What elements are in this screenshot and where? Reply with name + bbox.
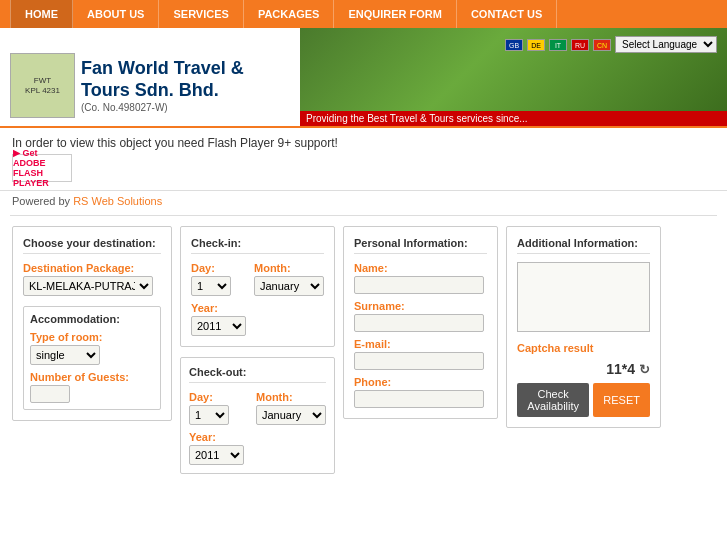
room-type-label: Type of room: xyxy=(30,331,154,343)
lang-bar: GB DE IT RU CN Select Language xyxy=(505,36,717,53)
checkout-daymonth: Day: 123 Month: JanuaryFebruary xyxy=(189,391,326,425)
checkout-year-label: Year: xyxy=(189,431,326,443)
company-info: Fan World Travel & Tours Sdn. Bhd. (Co. … xyxy=(81,58,290,112)
checkout-day-select[interactable]: 123 xyxy=(189,405,229,425)
form-area: Choose your destination: Destination Pac… xyxy=(0,216,727,484)
logo: FWTKPL 4231 xyxy=(10,53,75,118)
checkout-year-field: Year: 20112012 xyxy=(189,431,326,465)
email-input[interactable] xyxy=(354,352,484,370)
checkout-month-field: Month: JanuaryFebruary xyxy=(256,391,326,425)
nav-item-home[interactable]: HOME xyxy=(10,0,73,28)
nav-item-about-us[interactable]: ABOUT US xyxy=(73,0,159,28)
flag-gb: GB xyxy=(505,39,523,51)
header-left: FWTKPL 4231 Fan World Travel & Tours Sdn… xyxy=(0,28,300,126)
accommodation-title: Accommodation: xyxy=(30,313,154,325)
captcha-value: 11*4 xyxy=(606,361,635,377)
room-type-select[interactable]: single xyxy=(30,345,100,365)
surname-input[interactable] xyxy=(354,314,484,332)
checkin-year-select[interactable]: 201120122013 xyxy=(191,316,246,336)
checkout-month-label: Month: xyxy=(256,391,326,403)
checkin-year-field: Year: 201120122013 xyxy=(191,302,324,336)
package-label: Destination Package: xyxy=(23,262,161,274)
red-banner: Providing the Best Travel & Tours servic… xyxy=(300,111,727,126)
destination-section: Choose your destination: Destination Pac… xyxy=(12,226,172,421)
personal-section: Personal Information: Name: Surname: E-m… xyxy=(343,226,498,419)
header-right: GB DE IT RU CN Select Language Providing… xyxy=(300,28,727,126)
company-name: Fan World Travel & Tours Sdn. Bhd. xyxy=(81,58,290,101)
flash-player-box: ▶ Get ADOBEFLASH PLAYER xyxy=(12,154,715,182)
guests-label: Number of Guests: xyxy=(30,371,154,383)
destination-title: Choose your destination: xyxy=(23,237,161,254)
checkout-title: Check-out: xyxy=(189,366,326,383)
checkin-year-label: Year: xyxy=(191,302,324,314)
captcha-area: Captcha result 11*4 ↻ xyxy=(517,341,650,377)
checkin-day-select[interactable]: 12345 678910 xyxy=(191,276,231,296)
nav-item-contact-us[interactable]: CONTACT US xyxy=(457,0,557,28)
checkout-year-select[interactable]: 20112012 xyxy=(189,445,244,465)
nav-item-packages[interactable]: PACKAGES xyxy=(244,0,335,28)
additional-title: Additional Information: xyxy=(517,237,650,254)
powered-by: Powered by RS Web Solutions xyxy=(0,191,727,215)
phone-input[interactable] xyxy=(354,390,484,408)
language-select[interactable]: Select Language xyxy=(615,36,717,53)
checkin-month-label: Month: xyxy=(254,262,324,274)
nav-bar: HOMEABOUT USSERVICESPACKAGESENQUIRER FOR… xyxy=(0,0,727,28)
nav-item-services[interactable]: SERVICES xyxy=(159,0,243,28)
flag-it: IT xyxy=(549,39,567,51)
flash-notice-text: In order to view this object you need Fl… xyxy=(12,136,715,150)
checkout-month-select[interactable]: JanuaryFebruary xyxy=(256,405,326,425)
flag-de: DE xyxy=(527,39,545,51)
flag-ru: RU xyxy=(571,39,589,51)
checkin-month-select[interactable]: JanuaryFebruaryMarch xyxy=(254,276,324,296)
logo-area: FWTKPL 4231 Fan World Travel & Tours Sdn… xyxy=(10,53,290,118)
flag-cn: CN xyxy=(593,39,611,51)
flash-notice-area: In order to view this object you need Fl… xyxy=(0,128,727,191)
phone-label: Phone: xyxy=(354,376,487,388)
accommodation-box: Accommodation: Type of room: single Numb… xyxy=(23,306,161,410)
nav-item-enquirer-form[interactable]: ENQUIRER FORM xyxy=(334,0,457,28)
checkin-month-field: Month: JanuaryFebruaryMarch xyxy=(254,262,324,296)
header: FWTKPL 4231 Fan World Travel & Tours Sdn… xyxy=(0,28,727,128)
check-availability-button[interactable]: Check Availability xyxy=(517,383,589,417)
name-input[interactable] xyxy=(354,276,484,294)
captcha-row: 11*4 ↻ xyxy=(517,361,650,377)
captcha-label: Captcha result xyxy=(517,342,593,354)
checkin-daymonth: Day: 12345 678910 Month: JanuaryFebruary… xyxy=(191,262,324,296)
action-buttons: Check Availability RESET xyxy=(517,383,650,417)
checkin-section: Check-in: Day: 12345 678910 Month: Janua… xyxy=(180,226,335,347)
refresh-icon[interactable]: ↻ xyxy=(639,362,650,377)
checkin-title: Check-in: xyxy=(191,237,324,254)
checkin-day-label: Day: xyxy=(191,262,248,274)
personal-title: Personal Information: xyxy=(354,237,487,254)
rs-web-link[interactable]: RS Web Solutions xyxy=(73,195,162,207)
company-reg: (Co. No.498027-W) xyxy=(81,102,290,113)
reset-button[interactable]: RESET xyxy=(593,383,650,417)
name-label: Name: xyxy=(354,262,487,274)
additional-section: Additional Information: Captcha result 1… xyxy=(506,226,661,428)
checkout-day-label: Day: xyxy=(189,391,250,403)
email-label: E-mail: xyxy=(354,338,487,350)
destination-select[interactable]: KL-MELAKA-PUTRAJAYA xyxy=(23,276,153,296)
checkout-section: Check-out: Day: 123 Month: JanuaryFebrua… xyxy=(180,357,335,474)
guests-input[interactable] xyxy=(30,385,70,403)
additional-textarea[interactable] xyxy=(517,262,650,332)
checkinout-column: Check-in: Day: 12345 678910 Month: Janua… xyxy=(180,226,335,474)
flash-icon[interactable]: ▶ Get ADOBEFLASH PLAYER xyxy=(12,154,72,182)
checkout-day-field: Day: 123 xyxy=(189,391,250,425)
checkin-day-field: Day: 12345 678910 xyxy=(191,262,248,296)
surname-label: Surname: xyxy=(354,300,487,312)
